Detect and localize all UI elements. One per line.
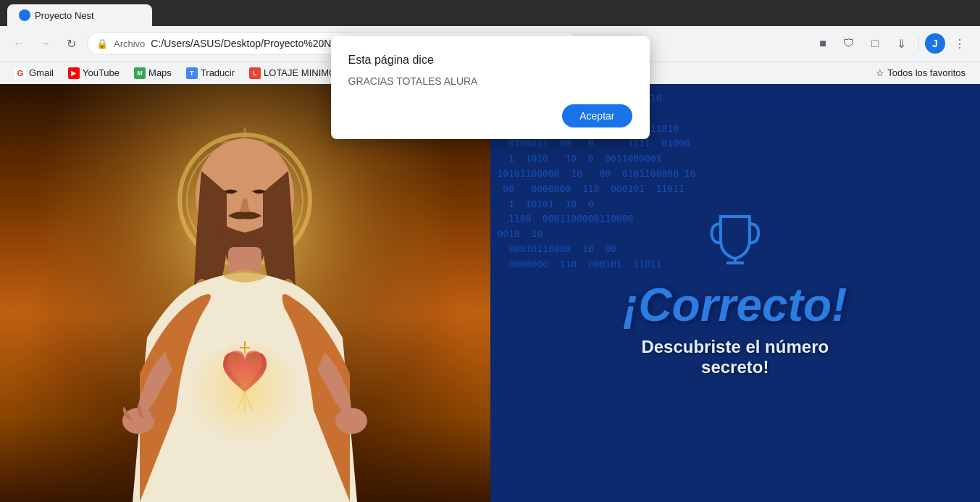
dialog-title: Esta página dice bbox=[348, 54, 632, 67]
dialog-accept-button[interactable]: Aceptar bbox=[562, 104, 632, 127]
dialog-overlay: Esta página dice GRACIAS TOTALES ALURA A… bbox=[0, 0, 980, 502]
dialog-message: GRACIAS TOTALES ALURA bbox=[348, 75, 632, 87]
dialog-footer: Aceptar bbox=[348, 104, 632, 127]
dialog-box: Esta página dice GRACIAS TOTALES ALURA A… bbox=[331, 36, 650, 139]
